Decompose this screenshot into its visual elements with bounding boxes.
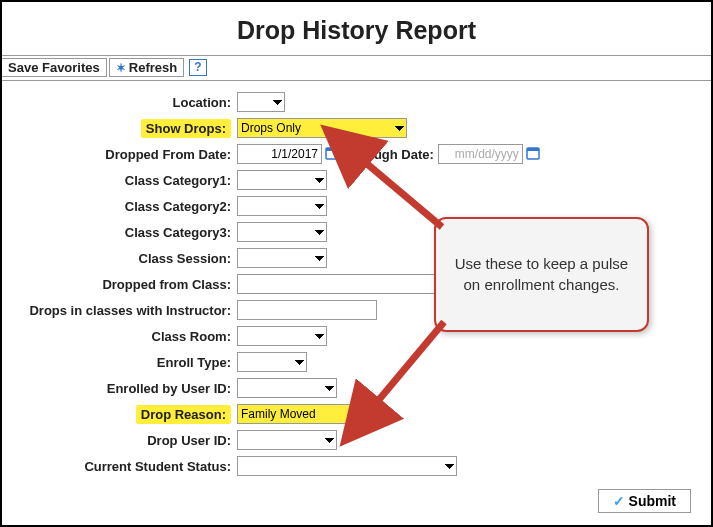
calendar-icon[interactable] — [325, 146, 339, 163]
refresh-button[interactable]: ✶ Refresh — [109, 58, 184, 77]
drop-user-select[interactable] — [237, 430, 337, 450]
drop-reason-select[interactable]: Family Moved — [237, 404, 365, 424]
show-drops-label-wrap: Show Drops: — [2, 121, 237, 136]
drop-reason-label-wrap: Drop Reason: — [2, 407, 237, 422]
class-session-label: Class Session: — [2, 251, 237, 266]
drop-reason-label: Drop Reason: — [136, 405, 231, 424]
class-cat3-select[interactable] — [237, 222, 327, 242]
annotation-text: Use these to keep a pulse on enrollment … — [452, 254, 631, 295]
show-drops-select[interactable]: Drops Only — [237, 118, 407, 138]
save-favorites-button[interactable]: Save Favorites — [2, 58, 107, 77]
page-title: Drop History Report — [2, 16, 711, 45]
enrolled-by-user-label: Enrolled by User ID: — [2, 381, 237, 396]
annotation-callout: Use these to keep a pulse on enrollment … — [434, 217, 649, 332]
class-cat3-label: Class Category3: — [2, 225, 237, 240]
class-room-label: Class Room: — [2, 329, 237, 344]
show-drops-label: Show Drops: — [141, 119, 231, 138]
refresh-icon: ✶ — [116, 61, 126, 75]
class-cat1-select[interactable] — [237, 170, 327, 190]
class-room-select[interactable] — [237, 326, 327, 346]
class-cat1-label: Class Category1: — [2, 173, 237, 188]
current-status-label: Current Student Status: — [2, 459, 237, 474]
drop-user-label: Drop User ID: — [2, 433, 237, 448]
calendar-icon[interactable] — [526, 146, 540, 163]
enroll-type-select[interactable] — [237, 352, 307, 372]
dropped-from-class-label: Dropped from Class: — [2, 277, 237, 292]
submit-button[interactable]: ✓ Submit — [598, 489, 691, 513]
location-select[interactable] — [237, 92, 285, 112]
submit-label: Submit — [629, 493, 676, 509]
refresh-label: Refresh — [129, 60, 177, 75]
dropped-from-date-label: Dropped From Date: — [2, 147, 237, 162]
check-icon: ✓ — [613, 493, 625, 509]
class-cat2-select[interactable] — [237, 196, 327, 216]
enrolled-by-user-select[interactable] — [237, 378, 337, 398]
class-session-select[interactable] — [237, 248, 327, 268]
enroll-type-label: Enroll Type: — [2, 355, 237, 370]
toolbar: Save Favorites ✶ Refresh ? — [2, 55, 711, 81]
save-favorites-label: Save Favorites — [8, 60, 100, 75]
drops-instructor-label: Drops in classes with Instructor: — [2, 303, 237, 318]
drops-instructor-input[interactable] — [237, 300, 377, 320]
svg-rect-1 — [326, 148, 338, 151]
dropped-from-date-input[interactable] — [237, 144, 322, 164]
current-status-select[interactable] — [237, 456, 457, 476]
through-date-input[interactable] — [438, 144, 523, 164]
class-cat2-label: Class Category2: — [2, 199, 237, 214]
svg-rect-3 — [527, 148, 539, 151]
help-icon[interactable]: ? — [189, 59, 206, 76]
dropped-from-class-input[interactable] — [237, 274, 437, 294]
through-date-label: Through Date: — [343, 147, 438, 162]
location-label: Location: — [2, 95, 237, 110]
